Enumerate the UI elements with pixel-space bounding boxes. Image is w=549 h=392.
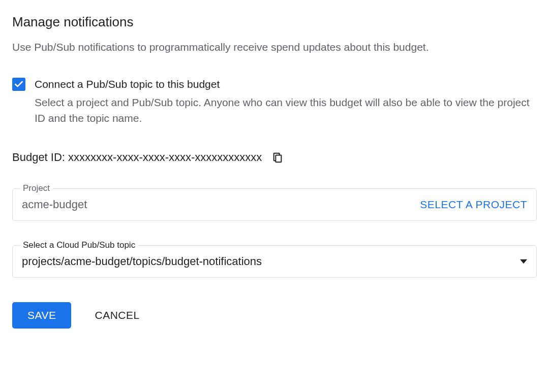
select-project-button[interactable]: SELECT A PROJECT xyxy=(420,199,527,211)
page-title: Manage notifications xyxy=(12,14,537,30)
cancel-button[interactable]: CANCEL xyxy=(95,302,139,329)
pubsub-topic-value: projects/acme-budget/topics/budget-notif… xyxy=(22,255,520,268)
page-description: Use Pub/Sub notifications to programmati… xyxy=(12,39,537,55)
connect-pubsub-row: Connect a Pub/Sub topic to this budget S… xyxy=(12,77,537,126)
connect-pubsub-checkbox[interactable] xyxy=(12,78,25,91)
pubsub-topic-field[interactable]: Select a Cloud Pub/Sub topic projects/ac… xyxy=(12,245,537,278)
checkbox-description: Select a project and Pub/Sub topic. Anyo… xyxy=(35,94,537,126)
budget-id-text: Budget ID: xxxxxxxx-xxxx-xxxx-xxxx-xxxxx… xyxy=(12,151,262,164)
action-buttons: SAVE CANCEL xyxy=(12,302,537,329)
checkbox-content: Connect a Pub/Sub topic to this budget S… xyxy=(35,77,537,126)
checkbox-label: Connect a Pub/Sub topic to this budget xyxy=(35,77,537,91)
project-field-value: acme-budget xyxy=(22,198,420,211)
project-field: Project acme-budget SELECT A PROJECT xyxy=(12,188,537,221)
project-field-label: Project xyxy=(20,183,53,193)
check-icon xyxy=(14,79,24,89)
budget-id-row: Budget ID: xxxxxxxx-xxxx-xxxx-xxxx-xxxxx… xyxy=(12,151,537,164)
pubsub-topic-label: Select a Cloud Pub/Sub topic xyxy=(20,240,138,250)
copy-icon[interactable] xyxy=(272,152,283,163)
save-button[interactable]: SAVE xyxy=(12,302,71,329)
svg-rect-0 xyxy=(276,155,282,162)
chevron-down-icon[interactable] xyxy=(520,258,527,265)
